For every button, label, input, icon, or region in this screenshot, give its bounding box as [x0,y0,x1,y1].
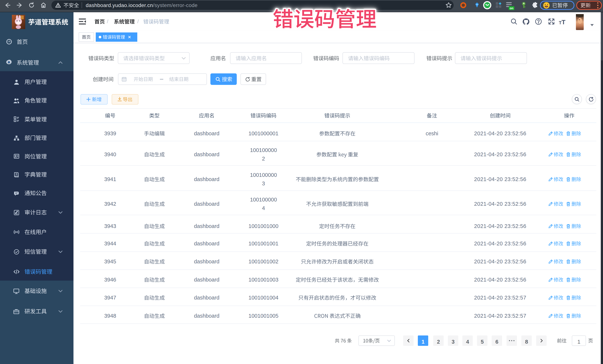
svg-text:on: on [510,7,513,10]
